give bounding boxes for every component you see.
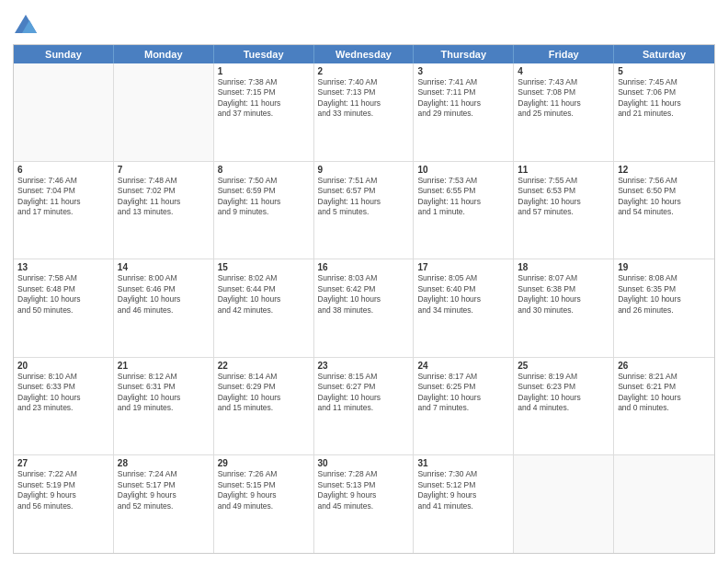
day-info-line: Sunrise: 7:58 AM: [17, 273, 109, 283]
day-info-line: Sunrise: 8:00 AM: [118, 273, 210, 283]
day-info-line: Daylight: 10 hours: [318, 393, 410, 403]
day-info-line: Daylight: 11 hours: [618, 98, 711, 109]
day-number: 17: [417, 262, 509, 272]
day-info-line: Daylight: 10 hours: [618, 294, 711, 304]
day-info-line: and 56 minutes.: [17, 501, 109, 511]
day-info-line: and 5 minutes.: [318, 207, 410, 217]
weekday-header-wednesday: Wednesday: [314, 45, 415, 63]
calendar-day-27: 27Sunrise: 7:22 AMSunset: 5:19 PMDayligh…: [14, 455, 114, 553]
calendar-day-17: 17Sunrise: 8:05 AMSunset: 6:40 PMDayligh…: [414, 259, 514, 357]
day-info-line: Sunrise: 7:40 AM: [318, 77, 410, 87]
day-number: 3: [417, 66, 509, 76]
weekday-header-friday: Friday: [514, 45, 614, 63]
day-info-line: Daylight: 11 hours: [118, 197, 210, 207]
day-info-line: Daylight: 10 hours: [118, 393, 210, 403]
day-number: 18: [518, 262, 609, 272]
day-info-line: Sunset: 7:08 PM: [518, 87, 609, 98]
calendar-day-2: 2Sunrise: 7:40 AMSunset: 7:13 PMDaylight…: [314, 63, 415, 161]
day-info-line: Sunrise: 7:55 AM: [518, 176, 609, 186]
day-info-line: and 21 minutes.: [618, 109, 711, 119]
day-info-line: Sunset: 6:35 PM: [618, 284, 711, 294]
day-info-line: and 57 minutes.: [518, 207, 609, 217]
day-info-line: Sunrise: 7:41 AM: [417, 77, 509, 87]
calendar-day-6: 6Sunrise: 7:46 AMSunset: 7:04 PMDaylight…: [14, 162, 114, 259]
weekday-header-sunday: Sunday: [14, 45, 114, 63]
logo: [13, 13, 40, 39]
day-info-line: Daylight: 10 hours: [518, 197, 609, 207]
day-info-line: and 37 minutes.: [218, 109, 310, 119]
day-info-line: and 50 minutes.: [17, 305, 109, 316]
day-info-line: Sunset: 6:40 PM: [417, 284, 509, 294]
day-info-line: Sunset: 6:38 PM: [518, 284, 609, 294]
day-number: 10: [417, 165, 509, 175]
day-info-line: and 46 minutes.: [118, 305, 210, 316]
day-info-line: and 9 minutes.: [218, 207, 310, 217]
day-info-line: Sunset: 6:59 PM: [218, 186, 310, 196]
day-info-line: and 54 minutes.: [618, 207, 711, 217]
day-number: 20: [17, 361, 109, 371]
day-info-line: Sunrise: 8:21 AM: [618, 372, 711, 382]
day-info-line: Sunrise: 8:15 AM: [318, 372, 410, 382]
day-info-line: and 7 minutes.: [417, 403, 509, 413]
day-info-line: and 1 minute.: [417, 207, 509, 217]
calendar-day-28: 28Sunrise: 7:24 AMSunset: 5:17 PMDayligh…: [114, 455, 214, 553]
day-info-line: Sunset: 5:13 PM: [318, 480, 410, 490]
day-info-line: Sunrise: 8:07 AM: [518, 273, 609, 283]
day-info-line: Daylight: 11 hours: [417, 197, 509, 207]
day-info-line: Sunset: 7:15 PM: [218, 87, 310, 98]
day-info-line: Daylight: 11 hours: [318, 197, 410, 207]
day-number: 23: [318, 361, 410, 371]
calendar-day-22: 22Sunrise: 8:14 AMSunset: 6:29 PMDayligh…: [214, 358, 314, 455]
day-info-line: Sunset: 6:42 PM: [318, 284, 410, 294]
calendar-day-26: 26Sunrise: 8:21 AMSunset: 6:21 PMDayligh…: [614, 358, 714, 455]
day-info-line: Sunrise: 7:48 AM: [118, 176, 210, 186]
day-info-line: Daylight: 10 hours: [417, 294, 509, 304]
day-info-line: Daylight: 11 hours: [518, 98, 609, 109]
day-number: 27: [17, 458, 109, 468]
calendar-day-12: 12Sunrise: 7:56 AMSunset: 6:50 PMDayligh…: [614, 162, 714, 259]
day-info-line: Sunset: 6:27 PM: [318, 382, 410, 392]
weekday-header-saturday: Saturday: [614, 45, 714, 63]
day-info-line: Sunset: 6:57 PM: [318, 186, 410, 196]
calendar-day-empty: [114, 63, 214, 161]
day-info-line: and 26 minutes.: [618, 305, 711, 316]
day-info-line: and 4 minutes.: [518, 403, 609, 413]
day-info-line: Sunset: 6:53 PM: [518, 186, 609, 196]
day-info-line: Daylight: 9 hours: [218, 490, 310, 500]
calendar-day-25: 25Sunrise: 8:19 AMSunset: 6:23 PMDayligh…: [514, 358, 614, 455]
day-info-line: and 23 minutes.: [17, 403, 109, 413]
day-info-line: Sunset: 6:48 PM: [17, 284, 109, 294]
calendar-day-empty: [14, 63, 114, 161]
day-number: 1: [218, 66, 310, 76]
day-info-line: Sunrise: 8:08 AM: [618, 273, 711, 283]
calendar-day-7: 7Sunrise: 7:48 AMSunset: 7:02 PMDaylight…: [114, 162, 214, 259]
calendar-day-3: 3Sunrise: 7:41 AMSunset: 7:11 PMDaylight…: [414, 63, 514, 161]
day-info-line: Daylight: 10 hours: [118, 294, 210, 304]
day-info-line: Sunrise: 7:22 AM: [17, 469, 109, 479]
day-info-line: and 30 minutes.: [518, 305, 609, 316]
day-number: 29: [218, 458, 310, 468]
calendar-day-empty: [614, 455, 714, 553]
day-info-line: and 15 minutes.: [218, 403, 310, 413]
day-number: 19: [618, 262, 711, 272]
day-info-line: Sunrise: 7:53 AM: [417, 176, 509, 186]
day-info-line: Sunrise: 8:14 AM: [218, 372, 310, 382]
day-info-line: Sunset: 6:55 PM: [417, 186, 509, 196]
calendar-day-14: 14Sunrise: 8:00 AMSunset: 6:46 PMDayligh…: [114, 259, 214, 357]
day-info-line: Sunset: 7:04 PM: [17, 186, 109, 196]
day-info-line: Sunset: 5:12 PM: [417, 480, 509, 490]
calendar-day-5: 5Sunrise: 7:45 AMSunset: 7:06 PMDaylight…: [614, 63, 714, 161]
day-info-line: Sunrise: 8:19 AM: [518, 372, 609, 382]
day-info-line: Sunset: 7:02 PM: [118, 186, 210, 196]
calendar-day-21: 21Sunrise: 8:12 AMSunset: 6:31 PMDayligh…: [114, 358, 214, 455]
day-number: 15: [218, 262, 310, 272]
calendar-day-18: 18Sunrise: 8:07 AMSunset: 6:38 PMDayligh…: [514, 259, 614, 357]
day-info-line: Sunset: 7:11 PM: [417, 87, 509, 98]
calendar-day-23: 23Sunrise: 8:15 AMSunset: 6:27 PMDayligh…: [314, 358, 415, 455]
day-info-line: and 29 minutes.: [417, 109, 509, 119]
day-number: 4: [518, 66, 609, 76]
day-info-line: and 45 minutes.: [318, 501, 410, 511]
day-info-line: Daylight: 11 hours: [218, 98, 310, 109]
day-number: 7: [118, 165, 210, 175]
calendar-header: SundayMondayTuesdayWednesdayThursdayFrid…: [14, 45, 714, 63]
